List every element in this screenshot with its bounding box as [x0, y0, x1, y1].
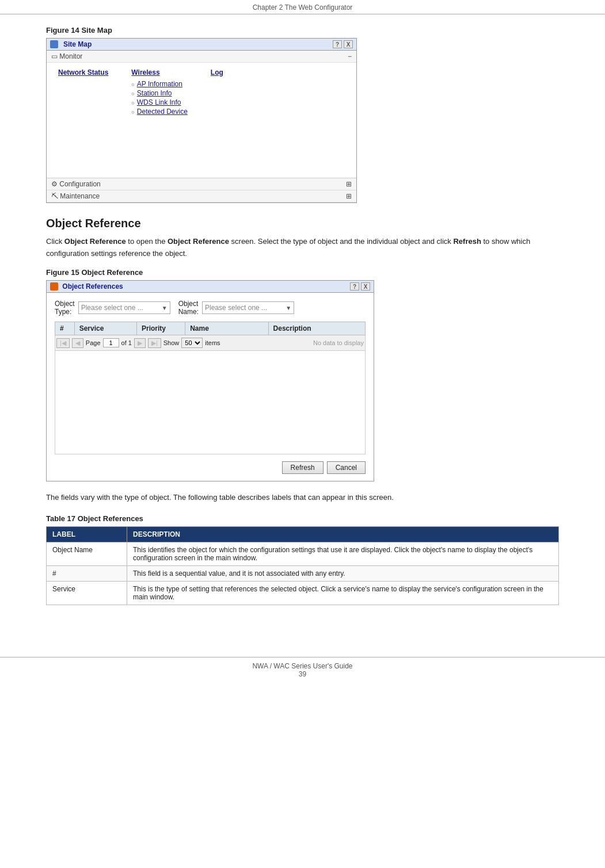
pag-prev-button[interactable]: ◀ [72, 338, 83, 348]
objref-fields-row: ObjectType: Please select one ... ▼ Obje… [55, 300, 366, 316]
table-row: Object Name This identifies the object f… [47, 542, 559, 566]
wireless-link[interactable]: Wireless [131, 68, 187, 77]
bullet-icon: ○ [131, 109, 134, 115]
monitor-expand[interactable]: − [348, 52, 352, 60]
row-label-service: Service [47, 582, 127, 605]
col-header-service: Service [74, 322, 136, 335]
sitemap-help-button[interactable]: ? [333, 40, 342, 48]
objref-window-controls[interactable]: ? X [350, 282, 370, 290]
figure14-caption: Figure 14 Site Map [46, 26, 559, 35]
objref-titlebar: Object References ? X [47, 281, 374, 293]
configuration-expand-icon: ⊞ [346, 180, 352, 188]
maintenance-expand-icon: ⊞ [346, 192, 352, 200]
wds-link-info-link[interactable]: WDS Link Info [137, 98, 181, 106]
objref-window: Object References ? X ObjectType: Please… [46, 280, 374, 482]
bullet-icon: ○ [131, 100, 134, 106]
sitemap-links-area: Network Status Wireless ○ AP Information… [47, 63, 356, 178]
configuration-row-left: ⚙ Configuration [51, 180, 101, 188]
detected-device-item: ○ Detected Device [131, 108, 187, 117]
maintenance-row: ⛏ Maintenance ⊞ [47, 190, 356, 202]
page-label: Page [86, 339, 101, 346]
wrench-icon: ⛏ [51, 192, 60, 200]
table-row: Service This is the type of setting that… [47, 582, 559, 605]
network-status-link[interactable]: Network Status [58, 68, 108, 77]
gear-icon: ⚙ [51, 180, 59, 188]
objref-help-button[interactable]: ? [350, 282, 359, 290]
sitemap-window: Site Map ? X ▭ Monitor − [46, 38, 357, 203]
maintenance-expand[interactable]: ⊞ [346, 192, 352, 200]
objref-window-title: Object References [62, 282, 123, 290]
sitemap-col-wireless: Wireless ○ AP Information ○ Station Info… [131, 68, 187, 117]
pag-next-button[interactable]: ▶ [134, 338, 146, 348]
object-name-group: ObjectName: Please select one ... ▼ [178, 300, 294, 316]
sitemap-close-button[interactable]: X [344, 40, 353, 48]
desc-col-label: LABEL [47, 527, 127, 542]
cancel-button[interactable]: Cancel [327, 461, 366, 474]
refresh-button[interactable]: Refresh [282, 461, 324, 474]
object-reference-body: Click Object Reference to open the Objec… [46, 236, 559, 260]
bullet-icon: ○ [131, 82, 134, 87]
col-header-priority: Priority [136, 322, 185, 335]
row-desc-service: This is the type of setting that referen… [127, 582, 559, 605]
desc-col-description: DESCRIPTION [127, 527, 559, 542]
pag-last-button[interactable]: ▶| [148, 338, 161, 348]
body-text-after: The fields vary with the type of object.… [46, 492, 559, 504]
configuration-expand[interactable]: ⊞ [346, 180, 352, 188]
sitemap-window-title: Site Map [63, 40, 92, 48]
ap-information-link[interactable]: AP Information [137, 80, 182, 88]
maintenance-label: Maintenance [60, 192, 100, 200]
monitor-row: ▭ Monitor − [47, 51, 356, 63]
chapter-title: Chapter 2 The Web Configurator [253, 3, 353, 12]
ap-information-item: ○ AP Information [131, 80, 187, 89]
object-type-arrow: ▼ [162, 305, 168, 311]
table17-caption: Table 17 Object References [46, 514, 559, 523]
object-type-label: ObjectType: [55, 300, 75, 316]
page-content: Figure 14 Site Map Site Map ? X ▭ Monito… [0, 14, 605, 640]
monitor-row-left: ▭ Monitor [51, 52, 82, 60]
sitemap-window-controls[interactable]: ? X [333, 40, 353, 48]
footer-text: NWA / WAC Series User's Guide [0, 662, 605, 670]
items-label: items [205, 339, 220, 346]
col-header-hash: # [55, 322, 75, 335]
monitor-expand-icon: − [348, 52, 352, 60]
no-data-label: No data to display [313, 339, 364, 346]
log-link[interactable]: Log [211, 68, 223, 77]
pagination-row: |◀ ◀ Page of 1 ▶ ▶| Show 50 items No dat… [55, 335, 366, 351]
sitemap-titlebar-left: Site Map [50, 40, 92, 48]
row-label-object-name: Object Name [47, 542, 127, 566]
row-desc-object-name: This identifies the object for which the… [127, 542, 559, 566]
show-select[interactable]: 50 [181, 338, 203, 348]
sitemap-col-network: Network Status [58, 68, 108, 77]
sitemap-section: ▭ Monitor − Network Status Wireless ○ [47, 51, 356, 202]
object-name-label: ObjectName: [178, 300, 199, 316]
show-label: Show [163, 339, 180, 346]
object-type-group: ObjectType: Please select one ... ▼ [55, 300, 170, 316]
object-type-select[interactable]: Please select one ... ▼ [78, 301, 170, 314]
configuration-label: Configuration [59, 180, 100, 188]
objref-body: ObjectType: Please select one ... ▼ Obje… [47, 293, 374, 481]
objref-table: # Service Priority Name Description [55, 322, 366, 335]
table-row: # This field is a sequential value, and … [47, 566, 559, 582]
detected-device-link[interactable]: Detected Device [137, 108, 188, 116]
object-name-value: Please select one ... [205, 304, 267, 312]
pag-first-button[interactable]: |◀ [56, 338, 70, 348]
page-header: Chapter 2 The Web Configurator [0, 0, 605, 14]
objref-close-button[interactable]: X [361, 282, 370, 290]
object-name-select[interactable]: Please select one ... ▼ [202, 301, 294, 314]
wds-link-info-item: ○ WDS Link Info [131, 98, 187, 108]
table-body-area [55, 351, 366, 454]
footer-page-number: 39 [0, 670, 605, 678]
row-desc-hash: This field is a sequential value, and it… [127, 566, 559, 582]
bullet-icon: ○ [131, 91, 134, 97]
row-label-hash: # [47, 566, 127, 582]
page-input[interactable] [103, 338, 119, 347]
sitemap-col-log: Log [211, 68, 223, 77]
objref-titlebar-left: Object References [50, 282, 123, 291]
sitemap-titlebar: Site Map ? X [47, 39, 356, 51]
of-label: of 1 [121, 339, 132, 346]
col-header-description: Description [268, 322, 365, 335]
monitor-label: Monitor [59, 52, 82, 60]
station-info-link[interactable]: Station Info [137, 89, 172, 97]
maintenance-row-left: ⛏ Maintenance [51, 192, 100, 200]
figure15-caption: Figure 15 Object Reference [46, 268, 559, 277]
